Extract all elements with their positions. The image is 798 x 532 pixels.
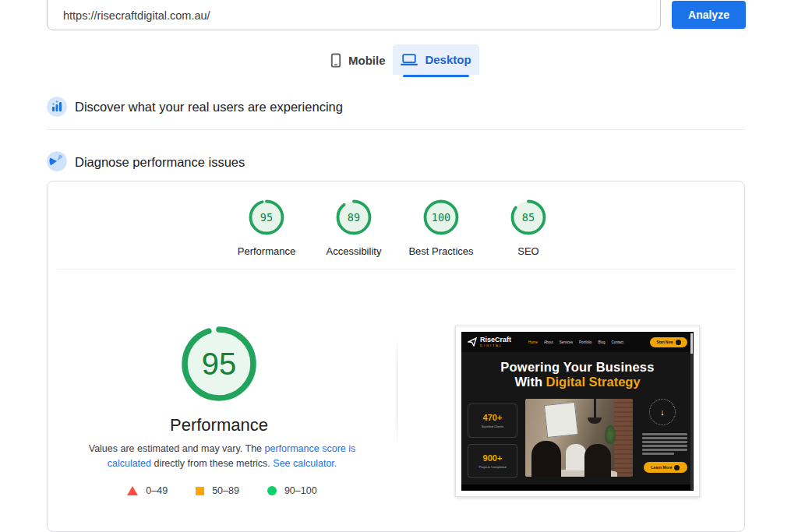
- legend-item-fail: 0–49: [127, 485, 168, 496]
- site-headline-highlight: Digital Strategy: [546, 375, 641, 389]
- photo-lamp: [594, 399, 596, 419]
- legend-range: 90–100: [284, 485, 317, 496]
- score-label: Performance: [223, 245, 310, 257]
- photo-person: [584, 444, 611, 477]
- tab-mobile-label: Mobile: [348, 54, 386, 67]
- arrow-dot-icon: [676, 340, 681, 345]
- performance-score-value: 95: [178, 323, 260, 404]
- card-divider: [57, 269, 736, 270]
- score-value: 89: [335, 199, 373, 236]
- category-gauge-performance[interactable]: 95 Performance: [223, 199, 310, 257]
- site-nav-item: Portfolio: [579, 340, 592, 344]
- section-divider: [47, 129, 745, 130]
- mobile-phone-icon: [330, 53, 341, 68]
- field-data-section-title: Discover what your real users are experi…: [75, 100, 343, 115]
- site-nav-item: Blog: [598, 340, 606, 344]
- site-bottom-strip: [461, 484, 694, 491]
- score-label: SEO: [485, 245, 572, 257]
- tab-desktop[interactable]: Desktop: [393, 44, 479, 75]
- site-header: RiseCraft DIGITAL Home About Services Po…: [461, 332, 694, 352]
- stat-value: 900+: [483, 453, 503, 463]
- site-nav-item: Home: [528, 340, 538, 344]
- site-header-cta-label: Start Now: [656, 340, 673, 344]
- site-nav-item: Contact: [612, 340, 624, 344]
- site-brand: RiseCraft DIGITAL: [480, 336, 511, 347]
- category-gauge-seo[interactable]: 85 SEO: [485, 199, 572, 257]
- photo-brick-wall: [614, 399, 633, 477]
- site-screenshot: RiseCraft DIGITAL Home About Services Po…: [461, 332, 694, 491]
- performance-main-gauge: 95: [178, 323, 260, 404]
- active-tab-underline: [403, 75, 469, 77]
- score-value: 100: [422, 199, 460, 236]
- photo-whiteboard: [544, 402, 578, 438]
- tab-desktop-label: Desktop: [425, 53, 471, 66]
- legend-range: 50–89: [212, 485, 239, 496]
- site-headline-line2: With Digital Strategy: [461, 375, 694, 389]
- site-logo-icon: [468, 337, 477, 347]
- site-body-cta-button: Learn More: [644, 462, 687, 473]
- site-headline-prefix: With: [514, 375, 546, 389]
- analyze-button[interactable]: Analyze: [672, 1, 746, 29]
- score-value: 95: [248, 199, 285, 236]
- site-paragraph-lines: [642, 433, 687, 457]
- site-brand-sub: DIGITAL: [480, 344, 511, 347]
- score-label: Accessibility: [310, 245, 397, 257]
- site-stat-card-1: 470+ Satisfied Clients: [468, 403, 517, 438]
- site-brand-name: RiseCraft: [480, 336, 511, 344]
- score-disclaimer: Values are estimated and may vary. The p…: [69, 442, 375, 471]
- site-scroll-badge: ↓: [649, 399, 676, 425]
- performance-gauge-label: Performance: [125, 415, 312, 435]
- category-gauge-accessibility[interactable]: 89 Accessibility: [310, 199, 397, 257]
- stat-caption: Satisfied Clients: [482, 425, 504, 428]
- disclaimer-text: directly from these metrics.: [151, 458, 273, 469]
- legend-range: 0–49: [146, 485, 168, 496]
- lab-data-speedometer-icon: [47, 151, 67, 171]
- lab-data-section-title: Diagnose performance issues: [75, 155, 245, 170]
- desktop-laptop-icon: [401, 53, 418, 66]
- site-nav: Home About Services Portfolio Blog Conta…: [528, 340, 623, 344]
- green-circle-icon: [267, 486, 277, 495]
- photo-plant: [605, 425, 616, 444]
- site-stat-card-2: 900+ Projects Completed: [468, 444, 517, 478]
- site-hero-photo: [525, 399, 633, 477]
- site-nav-item: Services: [560, 340, 573, 344]
- site-scrollbar-track: [690, 333, 693, 490]
- field-data-barchart-icon: [47, 97, 67, 117]
- url-input[interactable]: [47, 0, 661, 30]
- score-range-legend: 0–49 50–89 90–100: [69, 485, 375, 496]
- site-body-cta-label: Learn More: [651, 465, 673, 470]
- legend-item-average: 50–89: [196, 485, 239, 496]
- vertical-divider: [397, 337, 397, 446]
- photo-person: [566, 444, 586, 470]
- lighthouse-report-card: 95 Performance 89 Accessibility 100 Best…: [47, 181, 745, 532]
- stat-caption: Projects Completed: [479, 465, 507, 469]
- category-gauge-best-practices[interactable]: 100 Best Practices: [397, 199, 485, 257]
- photo-person: [531, 441, 561, 477]
- site-scrollbar-thumb: [690, 333, 693, 354]
- legend-item-pass: 90–100: [267, 485, 317, 496]
- stat-value: 470+: [483, 413, 503, 422]
- tab-mobile[interactable]: Mobile: [321, 45, 395, 75]
- photo-lamp-head: [588, 417, 602, 424]
- red-triangle-icon: [127, 486, 138, 495]
- disclaimer-text: Values are estimated and may vary. The: [89, 443, 265, 454]
- score-value: 85: [510, 199, 547, 236]
- final-screenshot-thumbnail[interactable]: RiseCraft DIGITAL Home About Services Po…: [455, 326, 700, 497]
- site-header-cta-button: Start Now: [650, 337, 687, 347]
- see-calculator-link[interactable]: See calculator.: [273, 458, 337, 469]
- site-headline-line1: Powering Your Business: [461, 360, 694, 375]
- arrow-dot-icon: [674, 465, 680, 470]
- score-label: Best Practices: [397, 245, 485, 257]
- site-nav-item: About: [544, 340, 553, 344]
- down-arrow-icon: ↓: [660, 407, 665, 417]
- orange-square-icon: [196, 487, 204, 495]
